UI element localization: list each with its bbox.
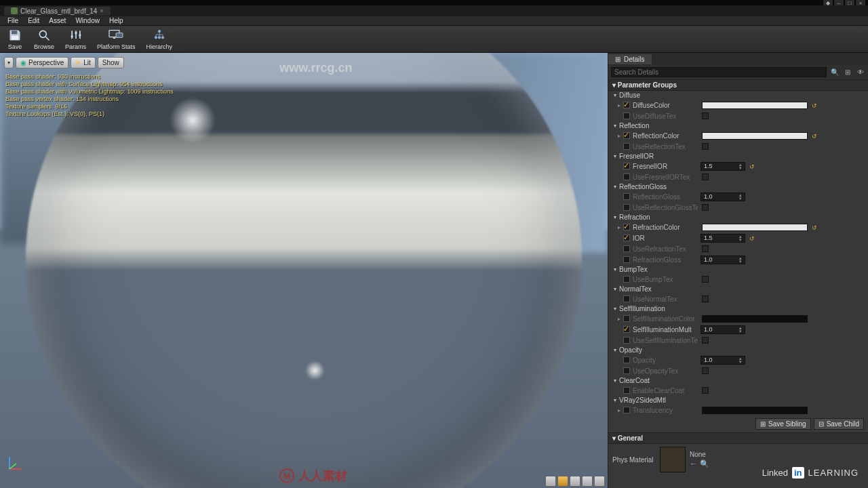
cb-refraction-gloss[interactable] — [623, 256, 630, 263]
spinner-reflection-gloss[interactable]: 1.0▴▾ — [701, 192, 745, 201]
shape-custom-button[interactable] — [594, 476, 605, 487]
reset-icon[interactable]: ↺ — [812, 102, 818, 108]
phys-back-icon[interactable]: ← — [690, 460, 697, 468]
document-tab[interactable]: Clear_Glass_mtl_brdf_14 × — [4, 7, 111, 16]
reset-icon[interactable]: ↺ — [812, 133, 818, 139]
section-parameter-groups[interactable]: ▾ Parameter Groups — [608, 79, 868, 91]
reset-icon[interactable]: ↺ — [812, 224, 818, 230]
spinner-fresnel-ior[interactable]: 1.5▴▾ — [701, 162, 745, 171]
group-reflection-gloss[interactable]: ▾ReflectionGloss — [608, 182, 868, 191]
group-bump-tex[interactable]: ▾BumpTex — [608, 265, 868, 274]
shape-cylinder-button[interactable] — [545, 476, 556, 487]
tex-fresnel[interactable] — [702, 174, 709, 180]
tex-refl-gloss[interactable] — [702, 204, 709, 211]
axis-gizmo[interactable] — [7, 454, 24, 472]
swatch-refraction-color[interactable] — [702, 224, 808, 231]
tex-diffuse[interactable] — [702, 113, 709, 119]
menu-window[interactable]: Window — [71, 17, 104, 24]
save-sibling-button[interactable]: ⊞ Save Sibling — [755, 418, 811, 430]
shape-sphere-button[interactable] — [557, 476, 568, 487]
shape-cube-button[interactable] — [582, 476, 593, 487]
tab-close-icon[interactable]: × — [100, 7, 103, 14]
cb-use-self-illum-tex[interactable] — [623, 337, 630, 344]
group-diffuse[interactable]: ▾Diffuse — [608, 91, 868, 100]
cb-diffuse-color[interactable] — [623, 102, 630, 108]
hierarchy-button[interactable]: Hierarchy — [144, 27, 176, 51]
swatch-reflection-color[interactable] — [702, 132, 808, 140]
cb-use-fresnel-tex[interactable] — [623, 174, 630, 180]
notify-icon[interactable]: ◆ — [823, 0, 833, 5]
params-button[interactable]: Params — [62, 27, 89, 51]
minimize-button[interactable]: – — [834, 0, 844, 5]
menu-edit[interactable]: Edit — [23, 17, 44, 24]
phys-material-value[interactable]: None — [690, 451, 709, 458]
tex-reflection[interactable] — [702, 143, 709, 150]
cb-use-refl-gloss-tex[interactable] — [623, 204, 630, 211]
cb-enable-clearcoat[interactable] — [623, 387, 630, 394]
cb-use-refraction-tex[interactable] — [623, 245, 630, 252]
spinner-ior[interactable]: 1.5▴▾ — [701, 234, 745, 243]
search-icon[interactable]: 🔍 — [829, 67, 840, 77]
group-reflection[interactable]: ▾Reflection — [608, 121, 868, 130]
tex-bump[interactable] — [702, 276, 709, 283]
search-input[interactable] — [611, 67, 827, 77]
tex-opacity[interactable] — [702, 367, 709, 374]
magnifier-icon — [36, 28, 52, 43]
reset-icon[interactable]: ↺ — [749, 163, 755, 169]
cb-reflection-color[interactable] — [623, 132, 630, 139]
cb-fresnel-ior[interactable] — [623, 163, 630, 169]
viewport-options-dropdown[interactable]: ▾ — [4, 57, 14, 68]
spinner-refraction-gloss[interactable]: 1.0▴▾ — [701, 256, 745, 264]
phys-material-thumb[interactable] — [660, 447, 686, 472]
group-normal-tex[interactable]: ▾NormalTex — [608, 285, 868, 293]
tex-self-illum[interactable] — [702, 337, 709, 344]
shape-plane-button[interactable] — [570, 476, 580, 487]
material-viewport[interactable]: ▾ ◉Perspective ☀Lit Show Base pass shade… — [0, 53, 608, 488]
group-vray-2sided[interactable]: ▾VRay2SidedMtl — [608, 396, 868, 405]
viewport-canvas[interactable] — [0, 53, 608, 488]
cb-self-illum-color[interactable] — [623, 315, 630, 322]
browse-button[interactable]: Browse — [31, 27, 57, 51]
group-refraction[interactable]: ▾Refraction — [608, 213, 868, 222]
menu-file[interactable]: File — [3, 17, 23, 24]
cb-use-diffuse-tex[interactable] — [623, 113, 630, 119]
phys-search-icon[interactable]: 🔍 — [700, 460, 709, 468]
show-button[interactable]: Show — [98, 57, 124, 68]
swatch-diffuse-color[interactable] — [702, 102, 808, 109]
swatch-translucency[interactable] — [702, 407, 808, 414]
tex-normal[interactable] — [702, 296, 709, 302]
close-button[interactable]: × — [856, 0, 865, 5]
group-self-illumination[interactable]: ▾SelfIllumination — [608, 304, 868, 313]
menu-help[interactable]: Help — [104, 17, 128, 24]
perspective-button[interactable]: ◉Perspective — [16, 57, 68, 68]
tex-refraction[interactable] — [702, 245, 709, 252]
grid-view-icon[interactable]: ⊞ — [842, 67, 852, 77]
cb-self-illum-mult[interactable] — [623, 326, 630, 333]
group-opacity[interactable]: ▾Opacity — [608, 346, 868, 354]
cb-use-bump-tex[interactable] — [623, 276, 630, 283]
cb-use-normal-tex[interactable] — [623, 296, 630, 302]
menu-asset[interactable]: Asset — [44, 17, 71, 24]
cb-reflection-gloss[interactable] — [623, 193, 630, 200]
tex-clearcoat[interactable] — [702, 387, 709, 394]
cb-ior[interactable] — [623, 235, 630, 241]
lit-button[interactable]: ☀Lit — [71, 57, 96, 68]
spinner-opacity[interactable]: 1.0▴▾ — [701, 356, 745, 365]
cb-opacity[interactable] — [623, 357, 630, 363]
section-general[interactable]: ▾ General — [608, 432, 868, 444]
platform-stats-button[interactable]: Platform Stats — [94, 27, 138, 51]
spinner-self-illum-mult[interactable]: 1.0▴▾ — [701, 325, 745, 334]
details-tab[interactable]: ⊞ Details — [608, 54, 652, 64]
cb-use-opacity-tex[interactable] — [623, 367, 630, 374]
cb-use-reflection-tex[interactable] — [623, 143, 630, 150]
cb-translucency[interactable] — [623, 407, 630, 413]
reset-icon[interactable]: ↺ — [749, 235, 755, 241]
maximize-button[interactable]: □ — [845, 0, 854, 5]
save-button[interactable]: Save — [4, 27, 26, 51]
swatch-self-illum[interactable] — [702, 315, 808, 323]
eye-icon[interactable]: 👁 — [855, 67, 865, 77]
cb-refraction-color[interactable] — [623, 224, 630, 230]
save-child-button[interactable]: ⊟ Save Child — [814, 418, 864, 430]
group-clearcoat[interactable]: ▾ClearCoat — [608, 376, 868, 385]
group-fresnel-ior[interactable]: ▾FresnelIOR — [608, 152, 868, 161]
